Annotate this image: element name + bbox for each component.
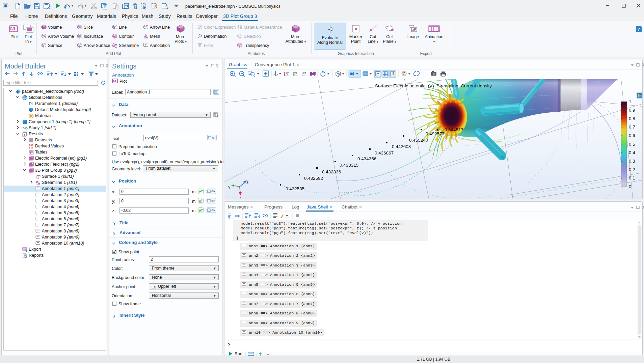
svg-text:a=: a= <box>235 214 240 218</box>
svg-text:Pі: Pі <box>29 102 33 106</box>
svg-text:0.432535: 0.432535 <box>286 186 304 191</box>
svg-text:8.85: 8.85 <box>29 144 33 146</box>
svg-text:0.433315: 0.433315 <box>340 163 358 168</box>
svg-text:xz: xz <box>303 71 306 75</box>
svg-text:0.6: 0.6 <box>629 133 635 138</box>
svg-text:Run: Run <box>235 352 242 356</box>
svg-text:0.4: 0.4 <box>629 150 635 155</box>
svg-text:x: x <box>239 195 242 199</box>
svg-text:y: y <box>228 184 231 189</box>
svg-text:z: z <box>246 180 249 185</box>
svg-text:0.436867: 0.436867 <box>375 150 394 156</box>
svg-text:0: 0 <box>629 184 632 189</box>
svg-text:0.432836: 0.432836 <box>322 169 341 174</box>
svg-text:0.1: 0.1 <box>629 175 635 180</box>
svg-text:0.9: 0.9 <box>629 108 635 113</box>
svg-text:e-12: e-12 <box>29 146 33 149</box>
svg-text:Surface: Electric potential (V: Surface: Electric potential (V) Streamli… <box>375 83 492 88</box>
svg-text:0.455240: 0.455240 <box>409 138 428 143</box>
svg-text:1: 1 <box>629 99 632 104</box>
svg-text:xy: xy <box>286 71 289 75</box>
svg-text:0.2: 0.2 <box>629 167 635 172</box>
svg-text:0.7: 0.7 <box>629 124 635 130</box>
svg-text:0.644517: 0.644517 <box>445 127 463 132</box>
svg-text:0.3: 0.3 <box>629 159 635 164</box>
svg-text:yz: yz <box>294 71 298 75</box>
svg-text:0.434356: 0.434356 <box>357 156 376 161</box>
svg-text:0.8: 0.8 <box>629 116 635 121</box>
svg-text:0.442608: 0.442608 <box>392 144 411 149</box>
svg-text:0.5: 0.5 <box>629 142 635 147</box>
svg-text:0.492577: 0.492577 <box>426 131 445 136</box>
svg-text:0.432592: 0.432592 <box>304 176 323 181</box>
